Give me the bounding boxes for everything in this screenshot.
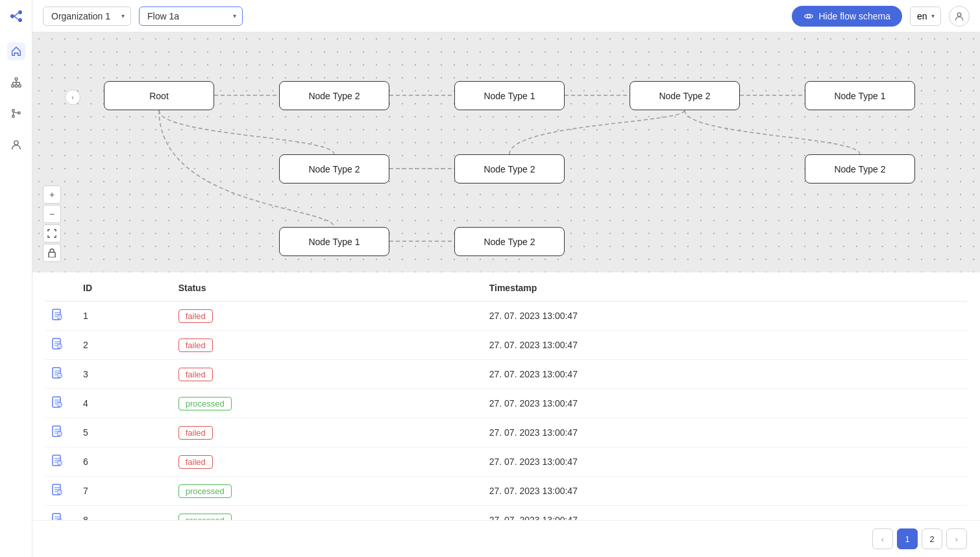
pagination: ‹ 1 2 › — [32, 520, 980, 557]
row-id: 1 — [78, 302, 173, 331]
user-icon — [954, 11, 964, 21]
zoom-out-button[interactable]: − — [43, 205, 61, 223]
org-select-wrapper: Organization 1 ▾ — [43, 6, 131, 26]
table-row[interactable]: ↗ 4 processed 27. 07. 2023 13:00:47 — [45, 389, 967, 418]
page-2-button[interactable]: 2 — [922, 528, 942, 549]
header: Organization 1 ▾ Flow 1a ▾ Hide flow sch… — [32, 0, 980, 32]
node-type1-3[interactable]: Node Type 1 — [279, 227, 389, 256]
fit-icon — [47, 229, 56, 238]
zoom-in-button[interactable]: + — [43, 185, 61, 204]
row-icon-cell: ↗ — [45, 360, 78, 389]
row-document-icon: ↗ — [51, 341, 64, 352]
row-timestamp: 27. 07. 2023 13:00:47 — [484, 506, 967, 521]
row-document-icon: ↗ — [51, 370, 64, 381]
table-row[interactable]: ↗ 8 processed 27. 07. 2023 13:00:47 — [45, 506, 967, 521]
row-id: 4 — [78, 389, 173, 418]
svg-point-20 — [957, 12, 961, 16]
table-area: ID Status Timestamp ↗ 1 fail — [32, 272, 980, 520]
node-type1-2[interactable]: Node Type 1 — [805, 81, 915, 110]
row-document-icon: ↗ — [51, 399, 64, 410]
collapse-sidebar-button[interactable]: › — [65, 89, 80, 105]
node-type2-1[interactable]: Node Type 2 — [279, 81, 389, 110]
svg-point-14 — [12, 110, 14, 112]
page-1-button[interactable]: 1 — [897, 528, 918, 549]
next-page-button[interactable]: › — [946, 528, 967, 549]
status-badge: processed — [178, 484, 232, 498]
node-type1-1[interactable]: Node Type 1 — [454, 81, 565, 110]
lock-button[interactable] — [43, 244, 61, 262]
svg-text:↗: ↗ — [58, 461, 61, 465]
col-status-header: Status — [173, 272, 484, 302]
flow-select[interactable]: Flow 1a — [139, 6, 243, 26]
svg-rect-8 — [18, 85, 21, 88]
row-status: failed — [173, 418, 484, 447]
user-avatar-button[interactable] — [949, 6, 970, 27]
status-badge: failed — [178, 338, 213, 352]
sidebar-item-branch[interactable] — [7, 104, 25, 123]
status-badge: failed — [178, 309, 213, 323]
svg-point-19 — [807, 14, 810, 18]
flow-select-wrapper: Flow 1a ▾ — [139, 6, 243, 26]
table-row[interactable]: ↗ 1 failed 27. 07. 2023 13:00:47 — [45, 302, 967, 331]
flow-nodes: Root Node Type 2 Node Type 1 Node Type 2… — [32, 32, 980, 272]
row-id: 6 — [78, 447, 173, 477]
row-status: processed — [173, 506, 484, 521]
status-badge: processed — [178, 397, 232, 410]
header-left: Organization 1 ▾ Flow 1a ▾ — [43, 6, 243, 26]
table-row[interactable]: ↗ 6 failed 27. 07. 2023 13:00:47 — [45, 447, 967, 477]
table-row[interactable]: ↗ 3 failed 27. 07. 2023 13:00:47 — [45, 360, 967, 389]
eye-icon — [803, 11, 814, 21]
row-timestamp: 27. 07. 2023 13:00:47 — [484, 360, 967, 389]
table-row[interactable]: ↗ 5 failed 27. 07. 2023 13:00:47 — [45, 418, 967, 447]
flow-diagram[interactable]: Root Node Type 2 Node Type 1 Node Type 2… — [32, 32, 980, 272]
lang-select[interactable]: en — [910, 6, 941, 26]
row-status: failed — [173, 302, 484, 331]
node-root[interactable]: Root — [104, 81, 214, 110]
node-type2-2[interactable]: Node Type 2 — [630, 81, 740, 110]
sidebar-item-user[interactable] — [7, 136, 25, 154]
svg-line-4 — [14, 16, 18, 19]
svg-rect-5 — [15, 78, 18, 80]
svg-rect-6 — [11, 85, 14, 88]
row-document-icon: ↗ — [51, 312, 64, 323]
col-icon-header — [45, 272, 78, 302]
fit-view-button[interactable] — [43, 224, 61, 243]
row-id: 8 — [78, 506, 173, 521]
lock-icon — [48, 248, 56, 257]
row-timestamp: 27. 07. 2023 13:00:47 — [484, 418, 967, 447]
col-id-header: ID — [78, 272, 173, 302]
header-right: Hide flow schema en ▾ — [792, 6, 970, 27]
sidebar-item-home[interactable] — [7, 42, 25, 60]
svg-rect-27 — [49, 252, 55, 257]
row-document-icon: ↗ — [51, 487, 64, 498]
status-badge: failed — [178, 455, 213, 469]
org-select[interactable]: Organization 1 — [43, 6, 131, 26]
node-type2-4[interactable]: Node Type 2 — [454, 154, 565, 184]
row-timestamp: 27. 07. 2023 13:00:47 — [484, 477, 967, 506]
sidebar-item-org[interactable] — [7, 73, 25, 91]
row-status: processed — [173, 477, 484, 506]
table-row[interactable]: ↗ 2 failed 27. 07. 2023 13:00:47 — [45, 331, 967, 360]
row-icon-cell: ↗ — [45, 331, 78, 360]
node-type2-3[interactable]: Node Type 2 — [279, 154, 389, 184]
row-icon-cell: ↗ — [45, 389, 78, 418]
row-icon-cell: ↗ — [45, 447, 78, 477]
row-icon-cell: ↗ — [45, 418, 78, 447]
row-id: 7 — [78, 477, 173, 506]
row-icon-cell: ↗ — [45, 302, 78, 331]
node-type2-6[interactable]: Node Type 2 — [454, 227, 565, 256]
row-status: processed — [173, 389, 484, 418]
row-document-icon: ↗ — [51, 429, 64, 440]
svg-point-2 — [18, 18, 22, 22]
status-badge: failed — [178, 426, 213, 440]
row-timestamp: 27. 07. 2023 13:00:47 — [484, 331, 967, 360]
svg-rect-7 — [15, 85, 18, 88]
prev-page-button[interactable]: ‹ — [872, 528, 893, 549]
sidebar — [0, 0, 32, 557]
node-type2-5[interactable]: Node Type 2 — [805, 154, 915, 184]
svg-text:↗: ↗ — [58, 432, 61, 436]
svg-text:↗: ↗ — [58, 490, 61, 494]
table-row[interactable]: ↗ 7 processed 27. 07. 2023 13:00:47 — [45, 477, 967, 506]
hide-schema-button[interactable]: Hide flow schema — [792, 6, 903, 27]
main-content: Organization 1 ▾ Flow 1a ▾ Hide flow sch… — [32, 0, 980, 557]
